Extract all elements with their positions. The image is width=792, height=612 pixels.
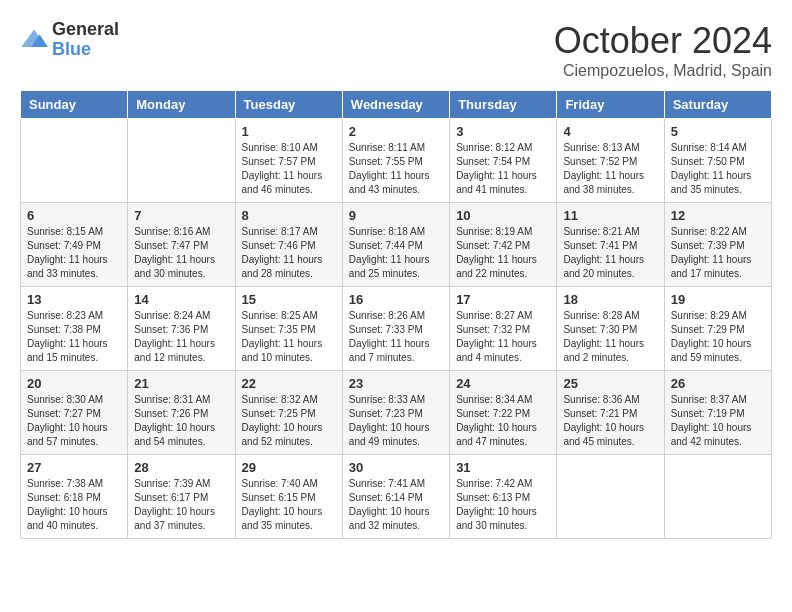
calendar-cell [21, 119, 128, 203]
day-number: 20 [27, 376, 121, 391]
calendar-cell: 14Sunrise: 8:24 AM Sunset: 7:36 PM Dayli… [128, 287, 235, 371]
calendar-cell: 18Sunrise: 8:28 AM Sunset: 7:30 PM Dayli… [557, 287, 664, 371]
day-info: Sunrise: 8:24 AM Sunset: 7:36 PM Dayligh… [134, 309, 228, 365]
location-subtitle: Ciempozuelos, Madrid, Spain [554, 62, 772, 80]
calendar-cell: 30Sunrise: 7:41 AM Sunset: 6:14 PM Dayli… [342, 455, 449, 539]
calendar-cell [128, 119, 235, 203]
day-info: Sunrise: 7:40 AM Sunset: 6:15 PM Dayligh… [242, 477, 336, 533]
day-header-tuesday: Tuesday [235, 91, 342, 119]
day-info: Sunrise: 8:15 AM Sunset: 7:49 PM Dayligh… [27, 225, 121, 281]
day-number: 11 [563, 208, 657, 223]
day-number: 8 [242, 208, 336, 223]
day-header-saturday: Saturday [664, 91, 771, 119]
day-info: Sunrise: 8:11 AM Sunset: 7:55 PM Dayligh… [349, 141, 443, 197]
day-info: Sunrise: 7:42 AM Sunset: 6:13 PM Dayligh… [456, 477, 550, 533]
calendar-cell: 31Sunrise: 7:42 AM Sunset: 6:13 PM Dayli… [450, 455, 557, 539]
day-header-thursday: Thursday [450, 91, 557, 119]
calendar-cell: 1Sunrise: 8:10 AM Sunset: 7:57 PM Daylig… [235, 119, 342, 203]
day-number: 21 [134, 376, 228, 391]
day-info: Sunrise: 8:17 AM Sunset: 7:46 PM Dayligh… [242, 225, 336, 281]
calendar-header-row: SundayMondayTuesdayWednesdayThursdayFrid… [21, 91, 772, 119]
calendar-cell: 2Sunrise: 8:11 AM Sunset: 7:55 PM Daylig… [342, 119, 449, 203]
day-info: Sunrise: 7:38 AM Sunset: 6:18 PM Dayligh… [27, 477, 121, 533]
day-header-monday: Monday [128, 91, 235, 119]
day-number: 30 [349, 460, 443, 475]
day-info: Sunrise: 8:16 AM Sunset: 7:47 PM Dayligh… [134, 225, 228, 281]
calendar-cell [664, 455, 771, 539]
calendar-week-4: 20Sunrise: 8:30 AM Sunset: 7:27 PM Dayli… [21, 371, 772, 455]
day-number: 1 [242, 124, 336, 139]
page-header: General Blue October 2024 Ciempozuelos, … [20, 20, 772, 80]
day-number: 10 [456, 208, 550, 223]
calendar-week-3: 13Sunrise: 8:23 AM Sunset: 7:38 PM Dayli… [21, 287, 772, 371]
day-info: Sunrise: 8:21 AM Sunset: 7:41 PM Dayligh… [563, 225, 657, 281]
calendar-cell: 6Sunrise: 8:15 AM Sunset: 7:49 PM Daylig… [21, 203, 128, 287]
day-header-sunday: Sunday [21, 91, 128, 119]
day-info: Sunrise: 8:37 AM Sunset: 7:19 PM Dayligh… [671, 393, 765, 449]
day-number: 7 [134, 208, 228, 223]
day-number: 4 [563, 124, 657, 139]
calendar-table: SundayMondayTuesdayWednesdayThursdayFrid… [20, 90, 772, 539]
day-number: 6 [27, 208, 121, 223]
day-info: Sunrise: 8:13 AM Sunset: 7:52 PM Dayligh… [563, 141, 657, 197]
day-number: 12 [671, 208, 765, 223]
day-number: 29 [242, 460, 336, 475]
calendar-cell: 20Sunrise: 8:30 AM Sunset: 7:27 PM Dayli… [21, 371, 128, 455]
day-number: 27 [27, 460, 121, 475]
day-info: Sunrise: 8:27 AM Sunset: 7:32 PM Dayligh… [456, 309, 550, 365]
calendar-cell: 17Sunrise: 8:27 AM Sunset: 7:32 PM Dayli… [450, 287, 557, 371]
calendar-week-1: 1Sunrise: 8:10 AM Sunset: 7:57 PM Daylig… [21, 119, 772, 203]
day-info: Sunrise: 8:19 AM Sunset: 7:42 PM Dayligh… [456, 225, 550, 281]
day-number: 9 [349, 208, 443, 223]
day-number: 3 [456, 124, 550, 139]
calendar-cell: 7Sunrise: 8:16 AM Sunset: 7:47 PM Daylig… [128, 203, 235, 287]
calendar-cell: 19Sunrise: 8:29 AM Sunset: 7:29 PM Dayli… [664, 287, 771, 371]
calendar-cell: 13Sunrise: 8:23 AM Sunset: 7:38 PM Dayli… [21, 287, 128, 371]
logo: General Blue [20, 20, 119, 60]
calendar-cell [557, 455, 664, 539]
calendar-cell: 26Sunrise: 8:37 AM Sunset: 7:19 PM Dayli… [664, 371, 771, 455]
day-info: Sunrise: 8:31 AM Sunset: 7:26 PM Dayligh… [134, 393, 228, 449]
calendar-cell: 11Sunrise: 8:21 AM Sunset: 7:41 PM Dayli… [557, 203, 664, 287]
logo-general: General [52, 20, 119, 40]
day-header-wednesday: Wednesday [342, 91, 449, 119]
day-info: Sunrise: 7:41 AM Sunset: 6:14 PM Dayligh… [349, 477, 443, 533]
calendar-cell: 25Sunrise: 8:36 AM Sunset: 7:21 PM Dayli… [557, 371, 664, 455]
day-info: Sunrise: 8:36 AM Sunset: 7:21 PM Dayligh… [563, 393, 657, 449]
day-number: 14 [134, 292, 228, 307]
month-title: October 2024 [554, 20, 772, 62]
calendar-cell: 27Sunrise: 7:38 AM Sunset: 6:18 PM Dayli… [21, 455, 128, 539]
day-info: Sunrise: 8:30 AM Sunset: 7:27 PM Dayligh… [27, 393, 121, 449]
day-info: Sunrise: 8:18 AM Sunset: 7:44 PM Dayligh… [349, 225, 443, 281]
calendar-cell: 29Sunrise: 7:40 AM Sunset: 6:15 PM Dayli… [235, 455, 342, 539]
day-info: Sunrise: 8:10 AM Sunset: 7:57 PM Dayligh… [242, 141, 336, 197]
day-info: Sunrise: 8:32 AM Sunset: 7:25 PM Dayligh… [242, 393, 336, 449]
calendar-cell: 9Sunrise: 8:18 AM Sunset: 7:44 PM Daylig… [342, 203, 449, 287]
calendar-cell: 28Sunrise: 7:39 AM Sunset: 6:17 PM Dayli… [128, 455, 235, 539]
day-number: 28 [134, 460, 228, 475]
calendar-cell: 12Sunrise: 8:22 AM Sunset: 7:39 PM Dayli… [664, 203, 771, 287]
day-info: Sunrise: 8:33 AM Sunset: 7:23 PM Dayligh… [349, 393, 443, 449]
title-block: October 2024 Ciempozuelos, Madrid, Spain [554, 20, 772, 80]
day-info: Sunrise: 7:39 AM Sunset: 6:17 PM Dayligh… [134, 477, 228, 533]
day-info: Sunrise: 8:22 AM Sunset: 7:39 PM Dayligh… [671, 225, 765, 281]
day-number: 31 [456, 460, 550, 475]
calendar-week-2: 6Sunrise: 8:15 AM Sunset: 7:49 PM Daylig… [21, 203, 772, 287]
day-header-friday: Friday [557, 91, 664, 119]
day-number: 26 [671, 376, 765, 391]
calendar-cell: 4Sunrise: 8:13 AM Sunset: 7:52 PM Daylig… [557, 119, 664, 203]
calendar-cell: 22Sunrise: 8:32 AM Sunset: 7:25 PM Dayli… [235, 371, 342, 455]
day-number: 22 [242, 376, 336, 391]
day-info: Sunrise: 8:23 AM Sunset: 7:38 PM Dayligh… [27, 309, 121, 365]
calendar-cell: 10Sunrise: 8:19 AM Sunset: 7:42 PM Dayli… [450, 203, 557, 287]
day-info: Sunrise: 8:26 AM Sunset: 7:33 PM Dayligh… [349, 309, 443, 365]
day-number: 2 [349, 124, 443, 139]
logo-blue: Blue [52, 40, 119, 60]
day-number: 19 [671, 292, 765, 307]
calendar-cell: 8Sunrise: 8:17 AM Sunset: 7:46 PM Daylig… [235, 203, 342, 287]
logo-icon [20, 26, 48, 54]
calendar-cell: 24Sunrise: 8:34 AM Sunset: 7:22 PM Dayli… [450, 371, 557, 455]
calendar-cell: 15Sunrise: 8:25 AM Sunset: 7:35 PM Dayli… [235, 287, 342, 371]
day-info: Sunrise: 8:28 AM Sunset: 7:30 PM Dayligh… [563, 309, 657, 365]
day-info: Sunrise: 8:12 AM Sunset: 7:54 PM Dayligh… [456, 141, 550, 197]
